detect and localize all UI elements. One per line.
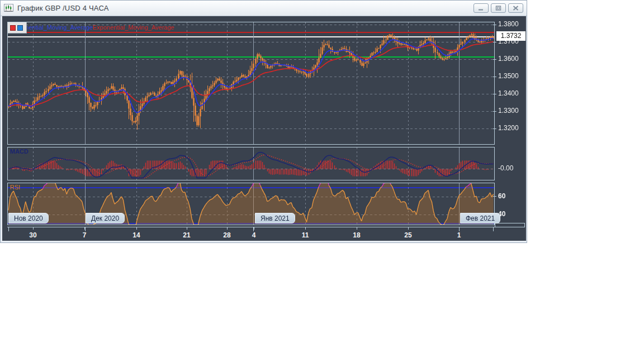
macd-zero-label: -0.00 <box>498 164 513 172</box>
title-bar[interactable]: График GBP /USD 4 ЧАСА <box>1 1 527 16</box>
time-tick-mark <box>408 227 409 230</box>
time-tick-label: 14 <box>127 231 146 239</box>
minimize-icon <box>478 6 484 11</box>
rsi-canvas[interactable] <box>8 183 494 225</box>
indicator-buttons <box>8 22 27 34</box>
time-tick-label: 25 <box>399 231 418 239</box>
close-button[interactable] <box>508 3 523 13</box>
price-tick-mark <box>493 111 496 112</box>
window-title: График GBP /USD 4 ЧАСА <box>17 4 109 12</box>
time-axis: 30714212841118251 <box>2 225 526 241</box>
rsi-tick-label: 60 <box>498 192 505 200</box>
price-tick-mark <box>493 94 496 94</box>
price-tick-mark <box>493 77 496 77</box>
time-tick-mark <box>33 227 34 230</box>
rsi-panel[interactable]: RSI <box>7 183 495 225</box>
time-axis-major-mark <box>8 227 9 231</box>
blue-indicator-button[interactable] <box>17 25 23 31</box>
price-tick-label: 1.3600 <box>498 55 519 63</box>
red-indicator-button[interactable] <box>10 25 16 31</box>
time-tick-mark <box>254 227 254 230</box>
price-tick-label: 1.3800 <box>498 20 519 28</box>
time-tick-mark <box>227 227 228 230</box>
time-tick-mark <box>136 227 137 230</box>
minimize-button[interactable] <box>473 3 489 13</box>
time-tick-label: 28 <box>217 231 236 239</box>
time-tick-label: 30 <box>23 231 42 239</box>
maximize-icon <box>495 6 501 11</box>
chart-client-area: Exponential_Moving_Average Exponential_M… <box>2 16 526 241</box>
time-tick-label: 7 <box>75 231 94 239</box>
month-badge: Янв 2021 <box>255 213 295 223</box>
macd-canvas[interactable] <box>8 147 494 180</box>
rsi-tick-mark <box>493 196 496 197</box>
macd-panel[interactable]: MACD <box>7 147 495 180</box>
macd-label: MACD <box>10 148 29 155</box>
time-axis-major-mark <box>253 227 254 231</box>
maximize-button[interactable] <box>491 3 506 13</box>
time-tick-label: 1 <box>449 231 468 239</box>
price-panel[interactable]: Exponential_Moving_Average Exponential_M… <box>7 22 495 145</box>
time-axis-major-mark <box>85 227 86 231</box>
legend-ema-slow: Exponential_Moving_Average <box>93 24 174 31</box>
time-axis-major-mark <box>459 227 460 231</box>
chart-icon <box>4 4 14 12</box>
time-tick-label: 18 <box>347 231 366 239</box>
time-tick-label: 4 <box>244 231 263 239</box>
time-tick-label: 21 <box>177 231 196 239</box>
window-controls <box>473 3 523 13</box>
close-icon <box>513 6 519 11</box>
time-tick-mark <box>305 227 306 230</box>
month-badge: Дек 2020 <box>86 213 125 223</box>
time-tick-mark <box>187 227 187 230</box>
price-tick-mark <box>493 25 496 25</box>
price-tick-label: 1.3300 <box>498 107 519 115</box>
candlestick-canvas[interactable] <box>8 22 494 144</box>
month-badge: Нов 2020 <box>8 213 49 223</box>
month-badge: Фев 2021 <box>460 213 500 223</box>
price-tick-label: 1.3200 <box>498 124 519 132</box>
chart-window: График GBP /USD 4 ЧАСА <box>0 0 527 243</box>
time-tick-mark <box>357 227 357 230</box>
price-tick-mark <box>493 42 496 42</box>
time-tick-label: 11 <box>296 231 315 239</box>
time-axis-major-mark <box>493 227 494 231</box>
price-tick-label: 1.3400 <box>498 89 519 97</box>
current-price-badge: 1.3732 <box>496 31 525 41</box>
rsi-label: RSI <box>10 184 20 190</box>
price-tick-mark <box>493 128 496 129</box>
price-tick-mark <box>493 59 496 60</box>
price-tick-label: 1.3500 <box>498 72 519 80</box>
